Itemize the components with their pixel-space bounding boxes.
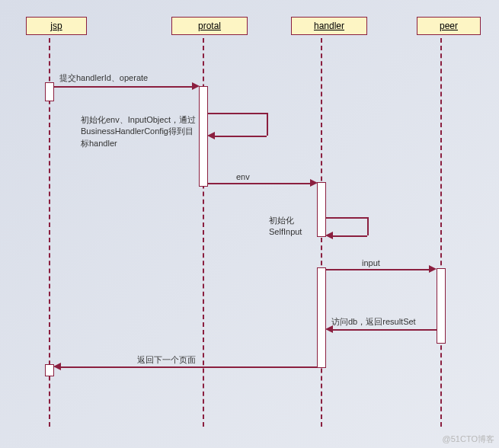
arrowhead-m2 xyxy=(207,132,215,139)
arrow-m6 xyxy=(331,329,437,331)
arrowhead-m4 xyxy=(325,232,333,239)
self-m4-bottom xyxy=(331,235,367,237)
participant-handler: handler xyxy=(291,17,367,35)
arrow-m5 xyxy=(325,269,432,270)
arrow-m7 xyxy=(59,366,317,368)
self-m2-bottom xyxy=(213,136,267,137)
activation-jsp-1 xyxy=(45,82,54,101)
lifeline-peer xyxy=(440,38,442,427)
msg-input: input xyxy=(362,258,380,269)
sequence-diagram: jsp protal handler peer 提交handlerId、oper… xyxy=(0,0,499,448)
msg-resultset: 访问db，返回resultSet xyxy=(331,316,416,328)
msg-env: env xyxy=(236,171,250,183)
self-m4-side xyxy=(367,217,369,235)
arrow-m1 xyxy=(53,86,194,88)
msg-submit: 提交handlerId、operate xyxy=(59,72,148,84)
arrowhead-m3 xyxy=(310,179,318,187)
self-m2-side xyxy=(267,113,268,136)
arrow-m3 xyxy=(207,183,312,184)
arrowhead-m5 xyxy=(429,265,437,273)
watermark: @51CTO博客 xyxy=(443,434,494,445)
arrowhead-m6 xyxy=(325,325,333,333)
arrowhead-m1 xyxy=(192,82,200,90)
participant-protal: protal xyxy=(171,17,248,35)
msg-return-page: 返回下一个页面 xyxy=(137,354,196,366)
activation-handler-1 xyxy=(317,182,326,237)
participant-peer: peer xyxy=(417,17,481,35)
self-m2-top xyxy=(207,113,267,114)
msg-selfinput: 初始化 SelfInput xyxy=(269,215,302,238)
participant-jsp: jsp xyxy=(26,17,87,35)
self-m4-top xyxy=(325,217,367,219)
msg-init-env: 初始化env、InputObject，通过BusinessHandlerConf… xyxy=(81,114,199,149)
arrowhead-m7 xyxy=(53,363,61,370)
activation-handler-2 xyxy=(317,267,326,368)
activation-peer-1 xyxy=(437,268,446,344)
